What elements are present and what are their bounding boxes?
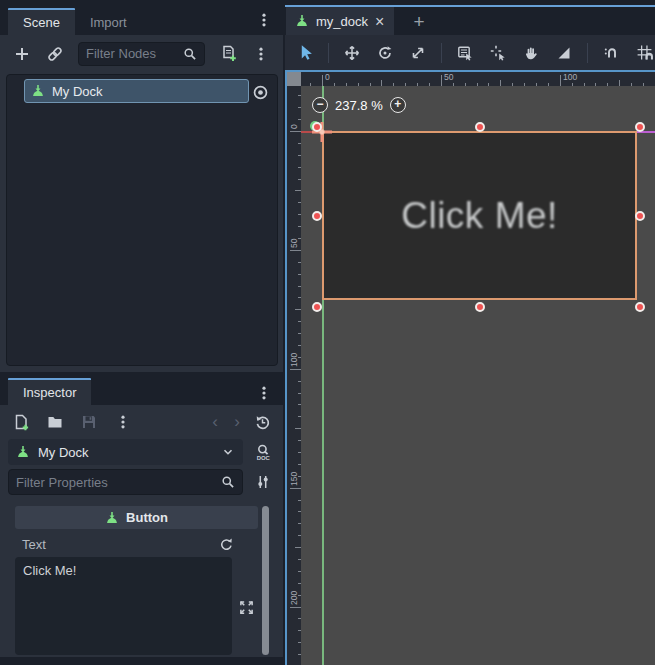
close-tab-icon[interactable]: × [375,13,384,30]
tab-import[interactable]: Import [75,8,142,35]
ruler-label: 150 [289,472,299,486]
ruler-tick [441,75,442,86]
section-header-button[interactable]: Button [15,506,258,529]
selection-handle[interactable] [475,302,485,312]
selection-handle[interactable] [312,302,322,312]
toolbar-separator [587,43,588,63]
save-resource-button[interactable] [79,412,99,432]
ruler-tick [322,75,323,86]
toolbar-separator [441,43,442,63]
inspector-toolbar: ‹ › [0,405,283,439]
search-icon [220,475,235,490]
ruler-tick [560,75,561,86]
scene-tree[interactable]: My Dock [6,74,278,366]
filter-properties-input[interactable] [16,475,214,490]
horizontal-ruler[interactable]: 050100 [301,72,655,86]
pan-mode-button[interactable] [521,43,541,63]
ruler-label: 0 [289,124,299,129]
zoom-level: 237.8 % [335,98,383,113]
rotate-mode-button[interactable] [375,43,395,63]
scene-tree-menu-icon[interactable] [251,44,271,64]
ruler-tick [290,131,301,132]
new-scene-tab-button[interactable]: + [413,12,424,31]
expand-text-icon[interactable] [236,597,256,617]
list-select-button[interactable] [455,43,475,63]
tree-row-my-dock[interactable]: My Dock [24,79,249,103]
scene-tab-my-dock[interactable]: my_dock × [286,7,394,35]
text-property-field[interactable]: Click Me! [15,557,232,655]
button-class-icon [105,511,119,525]
scene-tabs-bar: my_dock × + [285,0,655,35]
canvas[interactable]: Click Me! − 237.8 % + [301,86,655,665]
property-tools-button[interactable] [251,474,275,490]
filter-nodes-input[interactable] [86,46,176,61]
visibility-toggle-icon[interactable] [250,82,270,102]
selection-handle[interactable] [635,211,645,221]
load-resource-button[interactable] [45,412,65,432]
button-node-icon [16,445,30,459]
scene-toolbar [0,35,283,72]
tab-inspector[interactable]: Inspector [8,378,91,405]
panel-bottom-strip [0,657,283,665]
inspector-properties: Button Text Click Me! [0,500,283,657]
inspector-dock-tabs: Inspector [0,377,283,405]
inspector-panel: Inspector ‹ › My Dock [0,377,283,665]
scene-panel: Scene Import My Dock [0,0,283,372]
revert-property-icon[interactable] [216,534,236,554]
attach-script-button[interactable] [218,44,238,64]
ruler-tick [290,369,301,370]
chevron-down-icon [221,445,235,459]
ruler-label: 100 [289,353,299,367]
ruler-tick [290,250,301,251]
scale-mode-button[interactable] [408,43,428,63]
vertical-ruler[interactable]: 050100150200 [287,86,301,665]
selection-handle[interactable] [312,122,322,132]
resource-menu-icon[interactable] [113,412,133,432]
selection-handle[interactable] [312,211,322,221]
grid-snap-toggle[interactable] [634,43,654,63]
new-resource-button[interactable] [11,412,31,432]
filter-nodes-box [78,42,205,66]
button-node-icon [295,14,309,28]
dock-menu-icon[interactable] [254,8,274,28]
ruler-label: 200 [289,591,299,605]
tab-scene[interactable]: Scene [8,8,75,35]
ruler-label: 50 [289,239,299,248]
selection-handle[interactable] [635,122,645,132]
smart-snap-toggle[interactable] [601,43,621,63]
ruler-tick [290,488,301,489]
open-docs-button[interactable] [251,444,275,461]
node-label: My Dock [52,84,103,99]
main-viewport-area: my_dock × + 050100 05010015 [285,0,655,665]
selected-button-control[interactable]: Click Me! [322,131,637,300]
zoom-widget: − 237.8 % + [312,97,406,113]
ruler-mode-button[interactable] [554,43,574,63]
inspector-dock-menu-icon[interactable] [254,381,274,401]
selection-handle[interactable] [635,302,645,312]
filter-properties-row [8,469,275,495]
history-back-button[interactable]: ‹ [208,412,222,432]
object-history-button[interactable] [252,412,272,432]
instance-scene-button[interactable] [45,44,65,64]
select-mode-button[interactable] [295,43,315,63]
left-dock: Scene Import My Dock [0,0,283,665]
move-mode-button[interactable] [342,43,362,63]
inspector-scrollbar[interactable] [262,506,269,655]
zoom-out-button[interactable]: − [312,97,328,113]
edited-object-dropdown[interactable]: My Dock [8,439,243,465]
scene-dock-tabs: Scene Import [0,0,283,35]
godot-editor: Scene Import My Dock [0,0,655,665]
edited-object-name: My Dock [38,445,213,460]
edited-object-row: My Dock [8,439,275,465]
pivot-mode-button[interactable] [488,43,508,63]
ruler-label: 0 [325,72,330,82]
add-node-button[interactable] [12,44,32,64]
toolbar-separator [328,43,329,63]
selection-handle[interactable] [475,122,485,132]
zoom-in-button[interactable]: + [390,97,406,113]
ruler-tick [290,607,301,608]
ruler-label: 50 [444,72,453,82]
ruler-corner [287,72,301,86]
history-forward-button[interactable]: › [230,412,244,432]
ruler-label: 100 [563,72,577,82]
